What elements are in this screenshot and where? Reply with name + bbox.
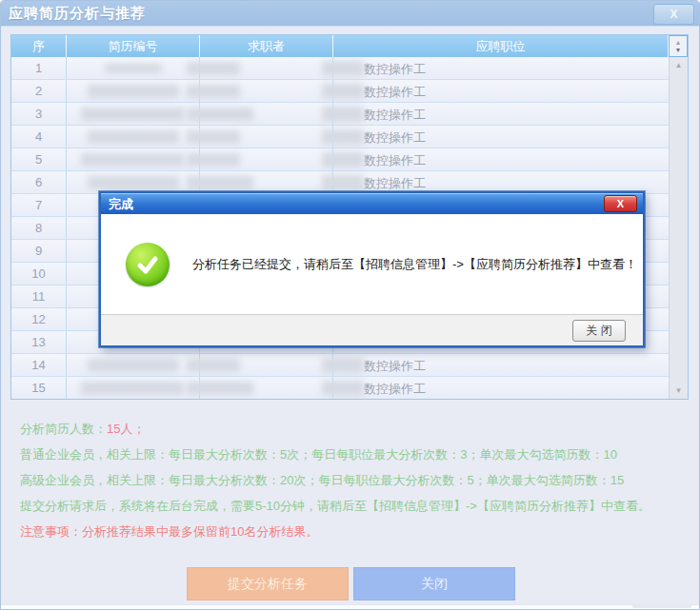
row-index-cell: 8 (11, 217, 67, 239)
redacted-resume-id (81, 382, 184, 395)
row-index-cell: 15 (11, 377, 67, 399)
resume-id-cell (67, 377, 200, 399)
count-label: 分析简历人数： (20, 421, 107, 438)
job-seeker-cell (200, 377, 333, 399)
redacted-company-name (322, 381, 364, 396)
redacted-company-name (322, 107, 364, 122)
table-row[interactable]: 4 数控操作工 (11, 126, 669, 148)
row-index-cell: 13 (11, 331, 67, 353)
info-line-count: 分析简历人数： 15人； (20, 416, 650, 442)
column-header-job-seeker[interactable]: 求职者 (200, 35, 333, 57)
row-index-cell: 14 (11, 354, 67, 376)
table-row[interactable]: 2 数控操作工 (11, 80, 669, 103)
scroll-up-icon[interactable]: ▲ (670, 61, 688, 69)
close-window-button[interactable]: 关闭 (353, 567, 515, 600)
position-label: 数控操作工 (364, 108, 426, 122)
dialog-close-x-button[interactable]: X (604, 195, 637, 212)
redacted-company-name (322, 61, 364, 76)
scroll-down-icon[interactable]: ▼ (670, 386, 688, 395)
row-index-cell: 6 (11, 171, 67, 193)
redacted-resume-id (81, 153, 184, 167)
table-row[interactable]: 3 数控操作工 (11, 103, 669, 126)
submit-analysis-button[interactable]: 提交分析任务 (187, 567, 349, 600)
redacted-resume-id (88, 130, 179, 144)
header-spinner[interactable]: ▲ ▼ (669, 35, 688, 57)
job-seeker-cell (200, 126, 333, 148)
row-index-cell: 5 (11, 148, 67, 170)
redacted-seeker-name (187, 130, 240, 144)
position-label: 数控操作工 (364, 62, 426, 76)
column-header-position[interactable]: 应聘职位 (333, 35, 669, 57)
info-line-senior-member: 高级企业会员，相关上限：每日最大分析次数：20次；每日每职位最大分析次数：5；单… (20, 467, 650, 493)
table-row[interactable]: 14 数控操作工 (11, 354, 669, 377)
redacted-seeker-name (187, 382, 253, 395)
position-label: 数控操作工 (364, 176, 426, 190)
position-label: 数控操作工 (364, 130, 426, 145)
table-row[interactable]: 1 数控操作工 (11, 57, 669, 80)
redacted-company-name (322, 84, 364, 99)
redacted-seeker-name (187, 85, 240, 98)
info-line-warning: 注意事项：分析推荐结果中最多保留前10名分析结果。 (20, 519, 650, 544)
redacted-resume-id (88, 176, 179, 189)
position-cell: 数控操作工 (333, 377, 669, 399)
redacted-seeker-name (187, 176, 253, 189)
redacted-seeker-name (187, 359, 240, 372)
dialog-title: 完成 (109, 196, 133, 213)
success-check-icon (126, 243, 170, 286)
job-seeker-cell (200, 80, 333, 102)
column-header-index[interactable]: 序 (11, 35, 67, 57)
dialog-body: 分析任务已经提交，请稍后至【招聘信息管理】->【应聘简历分析推荐】中查看！ (101, 214, 643, 314)
redacted-resume-id (88, 359, 179, 372)
resume-id-cell (67, 80, 200, 102)
position-label: 数控操作工 (364, 153, 426, 167)
row-index-cell: 7 (11, 194, 67, 216)
position-cell: 数控操作工 (333, 57, 669, 79)
dialog-close-button[interactable]: 关 闭 (572, 320, 626, 342)
job-seeker-cell (200, 148, 333, 170)
column-header-resume-id[interactable]: 简历编号 (67, 35, 200, 57)
redacted-company-name (322, 358, 364, 373)
redacted-seeker-name (187, 62, 240, 75)
job-seeker-cell (200, 354, 333, 376)
row-index-cell: 1 (11, 57, 67, 79)
vertical-scrollbar[interactable]: ▲ ▼ (669, 57, 688, 399)
row-index-cell: 10 (11, 263, 67, 285)
window-titlebar: 应聘简历分析与推荐 X (1, 1, 699, 27)
info-line-process-note: 提交分析请求后，系统将在后台完成，需要5-10分钟，请稍后至【招聘信息管理】->… (20, 493, 650, 519)
job-seeker-cell (200, 57, 333, 79)
redacted-company-name (322, 129, 364, 145)
position-cell: 数控操作工 (333, 354, 669, 376)
resume-id-cell (67, 354, 200, 376)
job-seeker-cell (200, 171, 333, 193)
window-close-button[interactable]: X (653, 4, 694, 25)
info-line-normal-member: 普通企业会员，相关上限：每日最大分析次数：5次；每日每职位最大分析次数：3；单次… (20, 442, 650, 467)
completion-dialog: 完成 X 分析任务已经提交，请稍后至【招聘信息管理】->【应聘简历分析推荐】中查… (99, 191, 645, 347)
position-cell: 数控操作工 (333, 126, 669, 148)
redacted-seeker-name (187, 153, 240, 167)
position-cell: 数控操作工 (333, 80, 669, 102)
position-cell: 数控操作工 (333, 171, 669, 193)
checkmark-glyph (135, 252, 160, 277)
position-label: 数控操作工 (364, 382, 426, 396)
spinner-down-icon[interactable]: ▼ (675, 47, 682, 54)
position-label: 数控操作工 (364, 359, 426, 373)
resume-analysis-window: 应聘简历分析与推荐 X 序 简历编号 求职者 应聘职位 ▲ ▼ 1 数控操作工 … (0, 0, 700, 610)
table-header-row: 序 简历编号 求职者 应聘职位 ▲ ▼ (11, 35, 688, 57)
row-index-cell: 9 (11, 240, 67, 262)
window-title: 应聘简历分析与推荐 (9, 5, 146, 23)
spinner-up-icon[interactable]: ▲ (675, 39, 682, 47)
row-index-cell: 4 (11, 126, 67, 148)
table-row[interactable]: 15 数控操作工 (11, 377, 669, 399)
resume-id-cell (67, 148, 200, 170)
resume-id-cell (67, 57, 200, 79)
dialog-message: 分析任务已经提交，请稍后至【招聘信息管理】->【应聘简历分析推荐】中查看！ (192, 256, 637, 273)
row-index-cell: 2 (11, 80, 67, 102)
position-cell: 数控操作工 (333, 103, 669, 125)
redacted-resume-id (88, 85, 179, 98)
redacted-seeker-name (187, 108, 253, 121)
dialog-titlebar: 完成 X (101, 193, 643, 214)
redacted-company-name (322, 152, 364, 167)
horizontal-scrollbar-thumb[interactable] (632, 604, 691, 608)
resume-id-cell (67, 171, 200, 193)
table-row[interactable]: 5 数控操作工 (11, 148, 669, 171)
